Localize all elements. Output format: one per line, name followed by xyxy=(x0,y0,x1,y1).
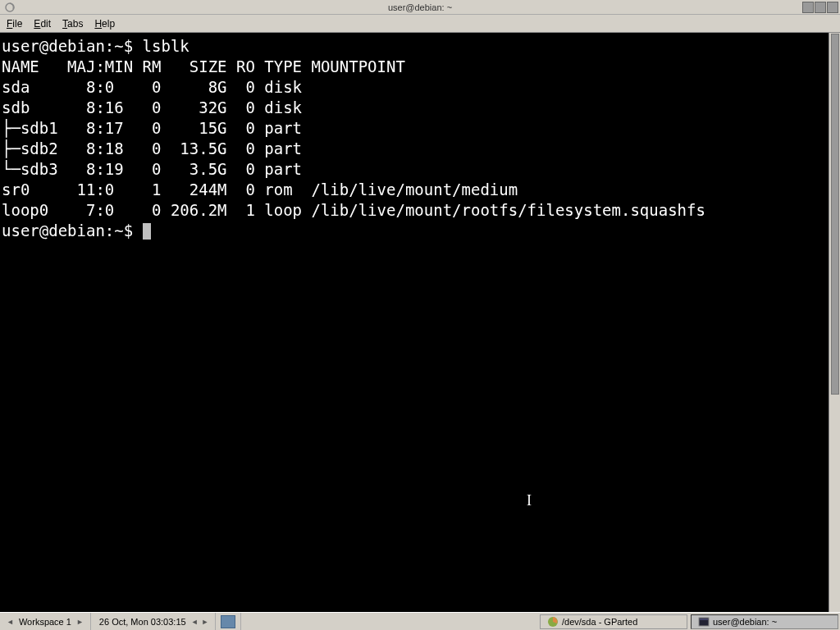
minimize-button[interactable] xyxy=(802,2,814,13)
bottom-panel: ◄ Workspace 1 ► 26 Oct, Mon 03:03:15 ◄ ►… xyxy=(0,612,840,630)
show-desktop-button[interactable] xyxy=(221,615,235,628)
lsblk-row: sdb 8:16 0 32G 0 disk xyxy=(2,98,312,116)
gparted-icon xyxy=(547,616,559,628)
clock-label: 26 Oct, Mon 03:03:15 xyxy=(96,617,189,627)
menu-tabs[interactable]: Tabs xyxy=(62,18,83,30)
window-title-bar: user@debian: ~ xyxy=(0,0,840,15)
lsblk-row: └─sdb3 8:19 0 3.5G 0 part xyxy=(2,160,312,178)
window-title: user@debian: ~ xyxy=(388,2,452,12)
scrollbar-thumb[interactable] xyxy=(831,34,839,395)
menu-file[interactable]: File xyxy=(7,18,22,30)
prompt: user@debian:~$ xyxy=(2,221,143,240)
terminal[interactable]: user@debian:~$ lsblk NAME MAJ:MIN RM SIZ… xyxy=(0,33,829,612)
arrow-right-icon[interactable]: ► xyxy=(75,618,85,626)
terminal-cursor xyxy=(143,223,151,240)
arrow-left-icon[interactable]: ◄ xyxy=(5,618,16,626)
taskbar: /dev/sda - GParted user@debian: ~ xyxy=(241,613,840,630)
lsblk-row: ├─sdb1 8:17 0 15G 0 part xyxy=(2,119,312,137)
command: lsblk xyxy=(143,37,189,55)
lsblk-row: loop0 7:0 0 206.2M 1 loop /lib/live/moun… xyxy=(2,201,705,219)
window-controls xyxy=(802,2,838,13)
lsblk-row: ├─sdb2 8:18 0 13.5G 0 part xyxy=(2,139,312,158)
menu-bar: File Edit Tabs Help xyxy=(0,15,840,33)
task-label: /dev/sda - GParted xyxy=(562,617,637,627)
arrow-left-icon[interactable]: ◄ xyxy=(189,618,200,626)
menu-help[interactable]: Help xyxy=(94,18,115,30)
terminal-container: user@debian:~$ lsblk NAME MAJ:MIN RM SIZ… xyxy=(0,33,840,612)
lsblk-header: NAME MAJ:MIN RM SIZE RO TYPE MOUNTPOINT xyxy=(2,57,405,75)
workspace-switcher[interactable]: ◄ Workspace 1 ► xyxy=(0,613,91,630)
debian-logo-icon xyxy=(3,1,16,14)
workspace-label: Workspace 1 xyxy=(16,617,75,627)
svg-rect-3 xyxy=(700,619,708,620)
maximize-button[interactable] xyxy=(815,2,826,13)
lsblk-row: sda 8:0 0 8G 0 disk xyxy=(2,78,312,96)
arrow-right-icon[interactable]: ► xyxy=(200,618,211,626)
clock-panel[interactable]: 26 Oct, Mon 03:03:15 ◄ ► xyxy=(91,613,217,630)
terminal-icon xyxy=(698,616,710,628)
prompt: user@debian:~$ xyxy=(2,37,143,55)
menu-edit[interactable]: Edit xyxy=(34,18,51,30)
text-cursor-icon: I xyxy=(527,491,532,511)
task-label: user@debian: ~ xyxy=(713,617,777,627)
scrollbar[interactable] xyxy=(829,33,840,612)
lsblk-row: sr0 11:0 1 244M 0 rom /lib/live/mount/me… xyxy=(2,180,518,199)
close-button[interactable] xyxy=(827,2,838,13)
task-terminal[interactable]: user@debian: ~ xyxy=(691,614,838,629)
task-gparted[interactable]: /dev/sda - GParted xyxy=(540,614,687,629)
